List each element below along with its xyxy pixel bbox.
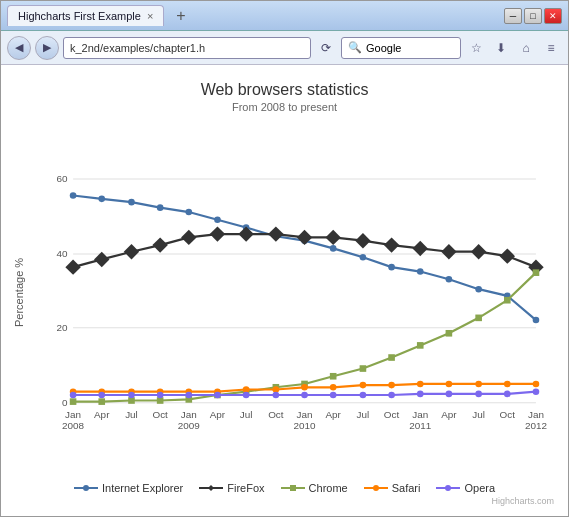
close-button[interactable]: ✕ [544,8,562,24]
ff-legend-line [199,483,223,493]
safari-marker [360,382,367,389]
opera-marker [301,392,308,399]
ie-marker [214,216,221,223]
chrome-marker [533,269,540,276]
ff-marker [325,230,340,245]
svg-text:Jan: Jan [181,409,197,420]
svg-text:Jul: Jul [125,409,138,420]
opera-legend-label: Opera [464,482,495,494]
chrome-marker [417,342,424,349]
address-bar: ◀ ▶ k_2nd/examples/chapter1.h ⟳ 🔍 Google… [1,31,568,65]
search-box[interactable]: 🔍 Google [341,37,461,59]
safari-marker [301,384,308,391]
svg-point-39 [445,485,451,491]
chart-title: Web browsers statistics [201,81,369,99]
safari-marker [504,381,511,388]
home-icon[interactable]: ⌂ [515,37,537,59]
browser-tab[interactable]: Highcharts First Example × [7,5,164,26]
opera-marker [70,392,77,399]
forward-button[interactable]: ▶ [35,36,59,60]
window-controls: ─ □ ✕ [504,8,562,24]
svg-text:Jan: Jan [528,409,544,420]
svg-point-37 [373,485,379,491]
ie-marker [475,286,482,293]
url-input[interactable]: k_2nd/examples/chapter1.h [63,37,311,59]
chart-subtitle: From 2008 to present [232,101,337,113]
ff-marker [384,237,399,252]
svg-text:2008: 2008 [62,420,85,431]
safari-marker [330,384,337,391]
chart-legend: Internet Explorer FireFox Chrome Safari … [74,476,495,496]
svg-text:Oct: Oct [152,409,168,420]
safari-marker [388,382,395,389]
new-tab-button[interactable]: + [172,7,189,25]
opera-marker [446,391,453,398]
search-label: Google [366,42,401,54]
chrome-marker [330,373,337,380]
chart-inner: .axis-text { font-size: 9px; fill: #555;… [29,113,558,472]
maximize-button[interactable]: □ [524,8,542,24]
download-icon[interactable]: ⬇ [490,37,512,59]
ie-marker [388,264,395,271]
opera-marker [388,392,395,399]
chart-svg: .axis-text { font-size: 9px; fill: #555;… [29,113,558,472]
back-button[interactable]: ◀ [7,36,31,60]
legend-item-opera[interactable]: Opera [436,482,495,494]
svg-text:Jul: Jul [357,409,370,420]
opera-marker [417,391,424,398]
tab-close-button[interactable]: × [147,10,153,22]
title-bar-content: Highcharts First Example × + [7,5,504,26]
safari-marker [533,381,540,388]
tab-title: Highcharts First Example [18,10,141,22]
title-bar: Highcharts First Example × + ─ □ ✕ [1,1,568,31]
opera-marker [504,391,511,398]
opera-marker [533,388,540,395]
ie-marker [185,209,192,216]
opera-marker [128,392,135,399]
ie-legend-label: Internet Explorer [102,482,183,494]
bookmark-icon[interactable]: ☆ [465,37,487,59]
opera-marker [273,392,280,399]
svg-text:Apr: Apr [325,409,341,420]
ie-legend-line [74,483,98,493]
svg-text:20: 20 [57,322,69,333]
svg-text:0: 0 [62,397,68,408]
minimize-button[interactable]: ─ [504,8,522,24]
safari-marker [417,381,424,388]
chart-body: Percentage % .axis-text { font-size: 9px… [11,113,558,472]
svg-text:Jan: Jan [412,409,428,420]
legend-item-ff[interactable]: FireFox [199,482,264,494]
chrome-legend-line [281,483,305,493]
opera-marker [360,392,367,399]
chrome-marker [388,354,395,361]
legend-item-ie[interactable]: Internet Explorer [74,482,183,494]
ie-marker [70,192,77,199]
svg-text:Apr: Apr [210,409,226,420]
legend-item-safari[interactable]: Safari [364,482,421,494]
ie-line [73,196,536,321]
chrome-marker [504,297,511,304]
ff-marker [441,244,456,259]
safari-legend-line [364,483,388,493]
opera-marker [98,392,105,399]
opera-marker [185,392,192,399]
ie-marker [417,268,424,275]
legend-item-chrome[interactable]: Chrome [281,482,348,494]
opera-marker [157,392,164,399]
ff-marker [152,237,167,252]
chrome-marker [70,398,77,405]
ff-marker [471,244,486,259]
chrome-marker [98,398,105,405]
svg-text:Jan: Jan [297,409,313,420]
refresh-button[interactable]: ⟳ [315,37,337,59]
ff-marker [355,233,370,248]
ff-marker [124,244,139,259]
svg-text:Oct: Oct [500,409,516,420]
svg-rect-35 [290,485,296,491]
safari-marker [475,381,482,388]
safari-marker [446,381,453,388]
svg-text:Jul: Jul [472,409,485,420]
ie-marker [330,245,337,252]
chart-container: Web browsers statistics From 2008 to pre… [1,65,568,516]
menu-icon[interactable]: ≡ [540,37,562,59]
